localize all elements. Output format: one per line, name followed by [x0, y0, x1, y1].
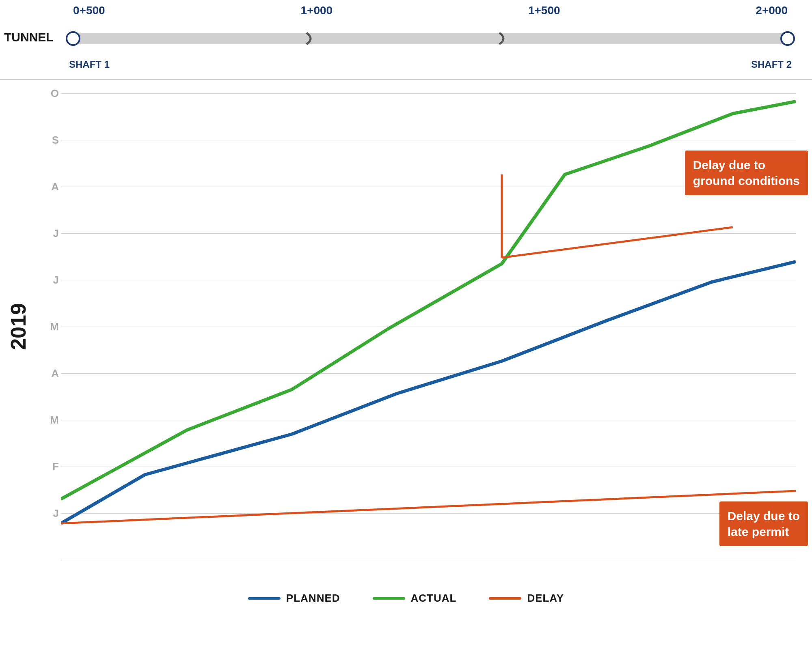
legend-actual: ACTUAL: [373, 592, 457, 605]
planned-legend-line: [248, 597, 281, 600]
chainage-1000: 1+000: [300, 4, 333, 17]
month-M-mar: M: [35, 414, 59, 426]
delay-line-ground: [502, 227, 733, 258]
actual-legend-line: [373, 597, 405, 600]
month-A-apr: A: [35, 367, 59, 380]
shaft2-label: SHAFT 2: [751, 59, 792, 70]
delay-line-permit: [61, 491, 796, 523]
legend-delay: DELAY: [489, 592, 564, 605]
chart-area: 2019 O S: [0, 85, 812, 609]
tunnel-label: TUNNEL: [4, 30, 54, 44]
planned-legend-label: PLANNED: [286, 592, 340, 605]
delay-legend-line: [489, 597, 521, 600]
shaft1-label: SHAFT 1: [69, 59, 110, 70]
main-container: 0+500 1+000 1+500 2+000 TUNNEL SHAF: [0, 0, 812, 652]
month-J-jan: J: [35, 507, 59, 520]
year-label: 2019: [6, 303, 30, 350]
month-M-may: M: [35, 321, 59, 333]
legend-planned: PLANNED: [248, 592, 340, 605]
grid-line-10: [61, 560, 796, 560]
tunnel-brackets: [73, 33, 788, 44]
chart-grid: O S A J J M A M F J: [35, 93, 796, 560]
month-J-jun: J: [35, 274, 59, 286]
month-J-jul: J: [35, 227, 59, 240]
annotation-ground-conditions: Delay due toground conditions: [685, 151, 808, 195]
chainage-1500: 1+500: [528, 4, 560, 17]
divider: [0, 79, 812, 80]
legend: PLANNED ACTUAL DELAY: [0, 592, 812, 605]
tunnel-bar-container: TUNNEL: [73, 26, 788, 51]
year-label-container: 2019: [4, 85, 32, 568]
month-S: S: [35, 134, 59, 146]
month-F: F: [35, 460, 59, 473]
tunnel-section: 0+500 1+000 1+500 2+000 TUNNEL SHAF: [0, 0, 812, 81]
planned-line: [61, 262, 796, 523]
annotation-late-permit: Delay due tolate permit: [719, 501, 808, 546]
shaft-labels: SHAFT 1 SHAFT 2: [73, 59, 788, 70]
month-A-aug: A: [35, 181, 59, 193]
chainage-0500: 0+500: [73, 4, 105, 17]
chainage-2000: 2+000: [756, 4, 788, 17]
tunnel-bar: [73, 33, 788, 44]
month-O: O: [35, 87, 59, 100]
actual-legend-label: ACTUAL: [411, 592, 457, 605]
chainage-labels: 0+500 1+000 1+500 2+000: [73, 4, 788, 17]
delay-legend-label: DELAY: [527, 592, 564, 605]
